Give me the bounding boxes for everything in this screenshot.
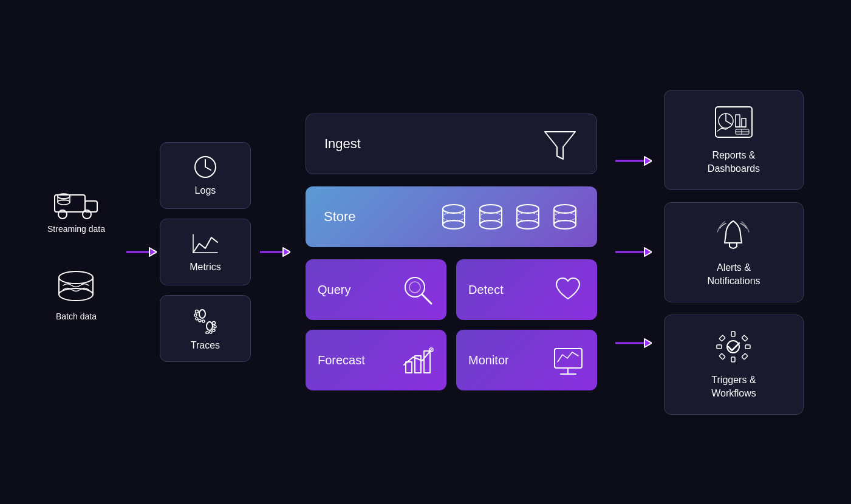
svg-point-55 (554, 213, 576, 221)
svg-rect-72 (716, 107, 752, 137)
triggers-icon (714, 329, 753, 365)
outputs-column: Reports & Dashboards Alerts & Notificati… (664, 90, 804, 415)
data-sources-column: Streaming data Batch data (47, 183, 105, 321)
store-box: Store (306, 186, 597, 247)
svg-rect-90 (742, 335, 748, 341)
svg-point-58 (409, 282, 420, 293)
svg-point-13 (59, 288, 93, 301)
svg-line-75 (726, 121, 732, 124)
svg-point-44 (480, 220, 502, 229)
svg-point-36 (443, 205, 465, 213)
metrics-icon (190, 231, 220, 256)
reports-icon (713, 104, 755, 140)
svg-rect-88 (745, 345, 750, 349)
svg-point-39 (443, 220, 465, 229)
logs-box: Logs (160, 142, 251, 209)
db-icon-2 (477, 202, 505, 232)
forecast-icon (401, 344, 434, 377)
svg-point-54 (554, 220, 576, 229)
db-icon-1 (440, 202, 468, 232)
svg-point-23 (194, 314, 197, 316)
query-box: Query (306, 259, 446, 320)
detect-box: Detect (456, 259, 597, 320)
svg-point-30 (213, 329, 215, 332)
reports-label: Reports & Dashboards (708, 149, 760, 176)
query-icon (401, 273, 434, 307)
svg-point-32 (206, 332, 208, 334)
svg-point-50 (517, 213, 539, 221)
svg-rect-92 (742, 353, 748, 359)
forecast-label: Forecast (318, 353, 365, 367)
metrics-label: Metrics (190, 262, 221, 273)
triggers-label: Triggers & Workflows (711, 373, 756, 401)
svg-point-41 (480, 205, 502, 213)
svg-rect-59 (406, 362, 412, 373)
batch-icon (55, 270, 97, 307)
ingest-box: Ingest (306, 114, 597, 174)
monitor-label: Monitor (468, 353, 509, 367)
triggers-workflows-box: Triggers & Workflows (664, 315, 804, 415)
ingest-icon (542, 126, 578, 162)
streaming-label: Streaming data (47, 224, 105, 234)
arrow-to-triggers (615, 334, 652, 352)
main-layout: Streaming data Batch data (0, 0, 851, 504)
logs-label: Logs (195, 185, 216, 196)
reports-dashboards-box: Reports & Dashboards (664, 90, 804, 190)
traces-label: Traces (191, 340, 220, 351)
data-types-column: Logs Metrics (160, 142, 251, 362)
detect-label: Detect (468, 283, 504, 297)
streaming-data-item: Streaming data (47, 183, 105, 234)
svg-point-10 (59, 271, 93, 284)
forecast-box: Forecast (306, 330, 446, 390)
svg-rect-89 (720, 335, 726, 341)
ingest-label: Ingest (324, 136, 361, 152)
svg-rect-63 (555, 349, 582, 368)
alerts-label: Alerts & Notifications (707, 261, 760, 288)
svg-rect-76 (736, 115, 740, 127)
logs-icon (190, 155, 220, 179)
alerts-notifications-box: Alerts & Notifications (664, 202, 804, 302)
svg-marker-34 (283, 248, 290, 256)
svg-point-45 (480, 213, 502, 221)
query-label: Query (318, 283, 350, 297)
svg-marker-71 (644, 339, 652, 347)
traces-icon (190, 307, 220, 334)
svg-point-27 (207, 322, 213, 330)
alerts-icon (714, 216, 753, 253)
arrow-types-to-pipeline (260, 243, 290, 261)
monitor-box: Monitor (456, 330, 597, 390)
batch-data-item: Batch data (55, 270, 97, 321)
store-label: Store (324, 209, 356, 225)
db-icon-3 (514, 202, 542, 232)
svg-rect-77 (742, 118, 746, 127)
svg-rect-86 (731, 357, 735, 362)
traces-box: Traces (160, 295, 251, 362)
svg-point-22 (195, 310, 198, 313)
pipeline-column: Ingest Store (306, 114, 597, 390)
svg-rect-85 (731, 332, 735, 336)
arrows-pipeline-to-outputs (612, 121, 655, 383)
svg-rect-87 (717, 345, 722, 349)
streaming-icon (52, 183, 100, 219)
svg-line-57 (422, 295, 431, 304)
svg-point-29 (214, 325, 216, 328)
monitor-icon (552, 344, 585, 377)
svg-rect-91 (720, 353, 726, 359)
svg-point-40 (443, 213, 465, 221)
svg-point-26 (202, 320, 205, 322)
svg-marker-69 (644, 248, 652, 256)
svg-point-25 (199, 319, 201, 322)
store-databases (440, 202, 579, 232)
svg-marker-35 (545, 132, 575, 159)
svg-point-31 (210, 331, 212, 333)
arrow-to-reports (615, 152, 652, 170)
svg-marker-15 (149, 248, 157, 256)
db-icon-4 (552, 202, 579, 232)
svg-point-49 (517, 220, 539, 229)
arrow-to-alerts (615, 243, 652, 261)
svg-point-21 (199, 310, 205, 318)
svg-point-24 (196, 318, 198, 320)
metrics-box: Metrics (160, 219, 251, 285)
svg-marker-67 (644, 157, 652, 165)
svg-point-51 (554, 205, 576, 213)
